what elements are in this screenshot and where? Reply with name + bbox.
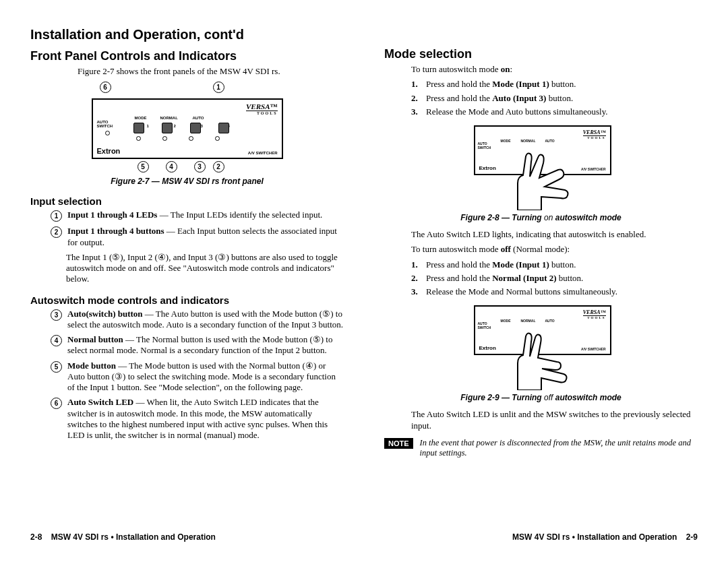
mode-label: MODE xyxy=(135,116,147,120)
left-h2: Front Panel Controls and Indicators xyxy=(30,49,344,63)
fig7-top-callouts: 6 1 xyxy=(93,81,282,93)
after-fig9: The Auto Switch LED is unlit and the MSW… xyxy=(411,409,698,431)
auto-label: AUTO xyxy=(193,116,204,120)
note-tag: NOTE xyxy=(384,438,413,449)
item-1: 1 Input 1 through 4 LEDs — The Input LED… xyxy=(51,210,344,222)
note: NOTE In the event that power is disconne… xyxy=(384,438,698,459)
h3-input-selection: Input selection xyxy=(30,195,344,207)
item-4: 4 Normal button — The Normal button is u… xyxy=(51,334,344,356)
left-column: Installation and Operation, cont'd Front… xyxy=(30,27,344,459)
button-row xyxy=(133,123,229,133)
callout-3: 3 xyxy=(194,161,206,173)
off-step-2: 2.Press and hold the Normal (Input 2) bu… xyxy=(411,273,698,284)
item-2: 2 Input 1 through 4 buttons — Each Input… xyxy=(51,226,344,248)
item-2-extra: The Input 1 (⑤), Input 2 (④), and Input … xyxy=(51,252,344,285)
on-intro: To turn autoswitch mode on: xyxy=(411,64,698,75)
hand-icon xyxy=(504,330,578,390)
callout-4: 4 xyxy=(166,161,177,173)
item-6: 6 Auto Switch LED — When lit, the Auto S… xyxy=(51,397,344,441)
extron-logo: Extron xyxy=(97,147,121,155)
header: Installation and Operation, cont'd xyxy=(30,27,344,42)
auto-switch-label: AUTO SWITCH xyxy=(97,120,113,128)
after-fig8: The Auto Switch LED lights, indicating t… xyxy=(411,229,698,240)
item-5: 5 Mode button — The Mode button is used … xyxy=(51,361,344,394)
off-step-1: 1.Press and hold the Mode (Input 1) butt… xyxy=(411,259,698,270)
fig7-bottom-callouts: 5 4 3 2 xyxy=(93,160,282,173)
right-page-num: 2-9 xyxy=(686,532,698,542)
callout-1: 1 xyxy=(213,82,224,93)
off-step-3: 3.Release the Mode and Normal buttons si… xyxy=(411,286,698,297)
versa-logo: VERSA™TOOLS xyxy=(246,102,277,115)
on-step-3: 3.Release the Mode and Auto buttons simu… xyxy=(411,106,698,117)
footer-title-left: MSW 4V SDI rs • Installation and Operati… xyxy=(51,532,216,542)
footer: 2-8 MSW 4V SDI rs • Installation and Ope… xyxy=(30,532,698,542)
callout-6: 6 xyxy=(100,82,111,93)
item-3: 3 Auto(switch) button — The Auto button … xyxy=(51,309,344,331)
hand-icon xyxy=(504,150,578,210)
right-h2: Mode selection xyxy=(384,47,698,61)
fig7-panel: VERSA™TOOLS AUTO SWITCH MODE NORMAL AUTO… xyxy=(92,98,283,159)
on-step-1: 1.Press and hold the Mode (Input 1) butt… xyxy=(411,79,698,90)
led-row xyxy=(136,136,220,141)
fig9-caption: Figure 2-9 — Turning off autoswitch mode xyxy=(384,393,698,402)
fig8-caption: Figure 2-8 — Turning on autoswitch mode xyxy=(384,213,698,222)
callout-5: 5 xyxy=(138,161,149,173)
h3-autoswitch: Autoswitch mode controls and indicators xyxy=(30,294,344,306)
normal-label: NORMAL xyxy=(160,116,178,120)
note-text: In the event that power is disconnected … xyxy=(420,438,698,459)
fig9-wrap: VERSA™TOOLS AUTO SWITCH MODE NORMAL AUTO… xyxy=(474,305,609,355)
off-intro: To turn autoswitch mode off (Normal mode… xyxy=(411,244,698,255)
avs-label: A/V SWITCHER xyxy=(248,151,278,155)
fig8-wrap: VERSA™TOOLS AUTO SWITCH MODE NORMAL AUTO… xyxy=(474,125,609,175)
footer-title-right: MSW 4V SDI rs • Installation and Operati… xyxy=(512,532,677,542)
fig7-intro: Figure 2-7 shows the front panels of the… xyxy=(78,66,344,77)
auto-switch-led xyxy=(105,131,110,135)
left-page-num: 2-8 xyxy=(30,532,42,542)
right-column: Mode selection To turn autoswitch mode o… xyxy=(384,27,698,459)
on-step-2: 2.Press and hold the Auto (Input 3) butt… xyxy=(411,93,698,104)
callout-2: 2 xyxy=(213,161,224,173)
fig7-caption: Figure 2-7 — MSW 4V SDI rs front panel xyxy=(30,177,344,186)
